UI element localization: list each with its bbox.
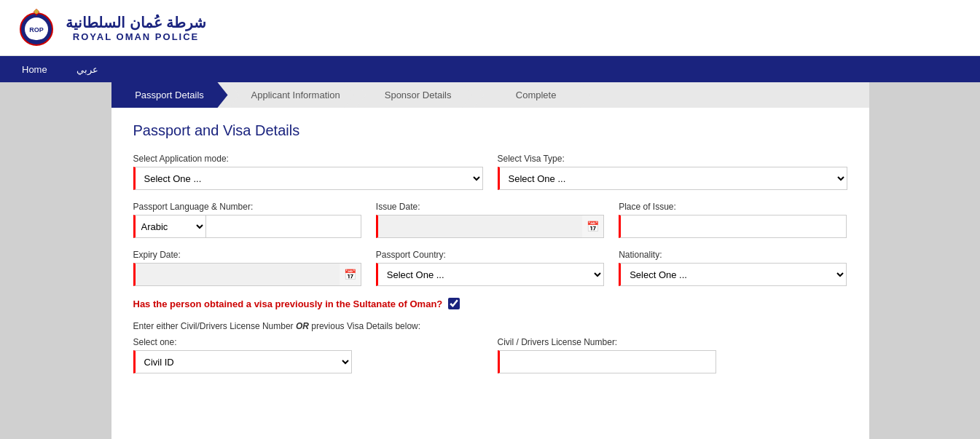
svg-point-4 bbox=[34, 9, 39, 14]
expiry-date-group: Expiry Date: 📅 bbox=[133, 250, 361, 286]
civil-license-label: Civil / Drivers License Number: bbox=[498, 337, 847, 347]
nav-home[interactable]: Home bbox=[15, 58, 55, 81]
navbar: Home عربي bbox=[0, 56, 980, 82]
application-mode-group: Select Application mode: Select One ... bbox=[133, 154, 483, 190]
row-expiry-country-nationality: Expiry Date: 📅 Passport Country: Select … bbox=[133, 250, 847, 286]
step-applicant-information[interactable]: Applicant Information bbox=[230, 82, 355, 108]
form-title: Passport and Visa Details bbox=[133, 122, 847, 139]
passport-number-input[interactable] bbox=[206, 215, 361, 238]
expiry-date-input[interactable] bbox=[133, 263, 340, 286]
passport-lang-number-group: Passport Language & Number: Arabic Engli… bbox=[133, 202, 361, 238]
passport-lang-label: Passport Language & Number: bbox=[133, 202, 361, 212]
previous-visa-checkbox[interactable] bbox=[448, 298, 460, 309]
passport-country-label: Passport Country: bbox=[376, 250, 604, 260]
step-sponsor-details[interactable]: Sponsor Details bbox=[356, 82, 473, 108]
expiry-date-label: Expiry Date: bbox=[133, 250, 361, 260]
nav-arabic[interactable]: عربي bbox=[69, 58, 106, 81]
select-one-label: Select one: bbox=[133, 337, 483, 347]
place-of-issue-input[interactable] bbox=[619, 215, 847, 238]
issue-date-group: Issue Date: 01/04/2023 📅 bbox=[376, 202, 604, 238]
passport-language-select[interactable]: Arabic English Other bbox=[133, 215, 206, 238]
police-emblem-icon: ROP bbox=[15, 6, 58, 50]
svg-text:ROP: ROP bbox=[29, 26, 44, 33]
main-content: Passport Details Applicant Information S… bbox=[111, 82, 869, 439]
expiry-date-input-group: 📅 bbox=[133, 263, 361, 286]
select-one-group: Select one: Civil ID Drivers License bbox=[133, 337, 483, 373]
calendar-icon: 📅 bbox=[587, 221, 599, 232]
passport-lang-input-group: Arabic English Other bbox=[133, 215, 361, 238]
issue-date-label: Issue Date: bbox=[376, 202, 604, 212]
row-application-visa: Select Application mode: Select One ... … bbox=[133, 154, 847, 190]
issue-date-calendar-button[interactable]: 📅 bbox=[582, 215, 604, 238]
civil-row: Select one: Civil ID Drivers License Civ… bbox=[133, 337, 847, 373]
nationality-select[interactable]: Select One ... bbox=[619, 263, 847, 286]
header: ROP شرطة عُمان السلطانية ROYAL OMAN POLI… bbox=[0, 0, 980, 56]
issue-date-input-group: 01/04/2023 📅 bbox=[376, 215, 604, 238]
step-passport-details[interactable]: Passport Details bbox=[111, 82, 228, 108]
place-of-issue-label: Place of Issue: bbox=[619, 202, 847, 212]
step-complete[interactable]: Complete bbox=[474, 82, 591, 108]
civil-type-select[interactable]: Civil ID Drivers License bbox=[133, 350, 352, 373]
civil-license-input[interactable] bbox=[498, 350, 716, 373]
issue-date-input[interactable]: 01/04/2023 bbox=[376, 215, 582, 238]
passport-country-select[interactable]: Select One ... bbox=[376, 263, 604, 286]
calendar-icon-expiry: 📅 bbox=[344, 269, 356, 280]
passport-country-group: Passport Country: Select One ... bbox=[376, 250, 604, 286]
visa-type-group: Select Visa Type: Select One ... bbox=[498, 154, 847, 190]
application-mode-label: Select Application mode: bbox=[133, 154, 483, 164]
row-passport-issue: Passport Language & Number: Arabic Engli… bbox=[133, 202, 847, 238]
logo-area: ROP شرطة عُمان السلطانية ROYAL OMAN POLI… bbox=[15, 6, 206, 50]
expiry-date-calendar-button[interactable]: 📅 bbox=[340, 263, 361, 286]
form-area: Passport and Visa Details Select Applica… bbox=[111, 108, 869, 388]
previous-visa-label: Has the person obtained a visa previousl… bbox=[133, 298, 847, 309]
previous-visa-section: Has the person obtained a visa previousl… bbox=[133, 298, 847, 309]
nationality-label: Nationality: bbox=[619, 250, 847, 260]
visa-type-label: Select Visa Type: bbox=[498, 154, 847, 164]
visa-type-select[interactable]: Select One ... bbox=[498, 167, 847, 190]
application-mode-select[interactable]: Select One ... bbox=[133, 167, 483, 190]
logo-text: شرطة عُمان السلطانية ROYAL OMAN POLICE bbox=[66, 14, 206, 42]
place-of-issue-group: Place of Issue: bbox=[619, 202, 847, 238]
civil-license-group: Civil / Drivers License Number: bbox=[498, 337, 847, 373]
logo-arabic-text: شرطة عُمان السلطانية bbox=[66, 14, 206, 31]
instruction-text: Enter either Civil/Drivers License Numbe… bbox=[133, 321, 847, 331]
steps-breadcrumb: Passport Details Applicant Information S… bbox=[111, 82, 869, 108]
logo-english-text: ROYAL OMAN POLICE bbox=[73, 31, 199, 42]
previous-visa-question-text: Has the person obtained a visa previousl… bbox=[133, 298, 443, 309]
nationality-group: Nationality: Select One ... bbox=[619, 250, 847, 286]
